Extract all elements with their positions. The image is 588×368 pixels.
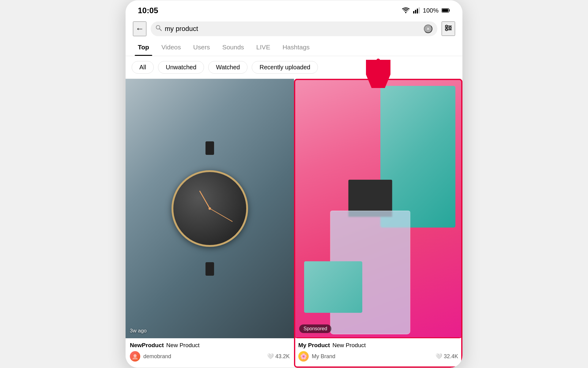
avatar-2: 🌸	[298, 351, 309, 362]
svg-point-14	[446, 29, 447, 31]
video-caption-1: New Product	[166, 342, 200, 349]
phone-frame: 10:05 100%	[126, 0, 462, 368]
svg-point-13	[449, 27, 451, 29]
search-bar-row: ← my product ✕	[126, 18, 462, 39]
video-info-1: NewProduct New Product demobrand 🤍 43.2K	[126, 338, 294, 362]
signal-icon	[413, 7, 420, 13]
video-meta-row-2: 🌸 My Brand 🤍 32.4K	[298, 351, 458, 362]
sponsored-badge: Sponsored	[299, 324, 331, 333]
tab-sounds[interactable]: Sounds	[216, 39, 250, 56]
watch-minute-hand	[210, 208, 233, 222]
svg-point-15	[134, 354, 137, 357]
small-teal-box	[304, 261, 362, 313]
video-author-2: My Product	[298, 342, 330, 349]
pill-unwatched[interactable]: Unwatched	[158, 61, 204, 74]
pill-watched[interactable]: Watched	[208, 61, 247, 74]
svg-rect-4	[419, 7, 420, 13]
avatar-1	[130, 351, 140, 362]
svg-point-16	[132, 357, 138, 359]
brand-name-1: demobrand	[143, 353, 264, 360]
watch-band-bottom-decoration	[205, 262, 214, 276]
video-meta-row-1: demobrand 🤍 43.2K	[130, 351, 290, 362]
filter-button[interactable]	[442, 21, 455, 36]
search-input-wrap[interactable]: my product ✕	[151, 21, 437, 36]
status-icons: 100%	[401, 7, 450, 14]
video-title-row-1: NewProduct New Product	[130, 342, 290, 349]
video-author-1: NewProduct	[130, 342, 164, 349]
watch-band-top-decoration	[205, 141, 214, 155]
watch-center-dot	[209, 207, 211, 210]
svg-line-8	[160, 29, 161, 31]
back-button[interactable]: ←	[133, 21, 146, 36]
pill-recently-uploaded[interactable]: Recently uploaded	[252, 61, 318, 74]
battery-icon	[442, 8, 450, 13]
svg-point-0	[405, 12, 406, 13]
filter-pills-row: All Unwatched Watched Recently uploaded	[126, 56, 462, 79]
video-timestamp-1: 3w ago	[130, 328, 147, 334]
video-thumb-2: Sponsored	[294, 79, 462, 338]
video-title-row-2: My Product New Product	[298, 342, 458, 349]
watch-thumbnail	[126, 79, 294, 338]
tab-top[interactable]: Top	[132, 39, 155, 56]
tab-users[interactable]: Users	[187, 39, 216, 56]
likes-text-2: 32.4K	[444, 353, 458, 360]
status-time: 10:05	[138, 6, 158, 15]
video-info-2: My Product New Product 🌸 My Brand 🤍 32.4…	[294, 338, 462, 362]
tabs-row: Top Videos Users Sounds LIVE Hashtags	[126, 39, 462, 56]
video-thumb-1: 3w ago	[126, 79, 294, 338]
tab-hashtags[interactable]: Hashtags	[276, 39, 316, 56]
search-query-text: my product	[165, 25, 421, 33]
like-count-1: 🤍 43.2K	[267, 353, 290, 360]
pill-all[interactable]: All	[132, 61, 154, 74]
wifi-icon	[401, 7, 410, 13]
watch-face	[172, 170, 248, 247]
tab-videos[interactable]: Videos	[155, 39, 187, 56]
svg-rect-2	[415, 10, 416, 13]
svg-rect-1	[413, 11, 414, 13]
heart-icon-1: 🤍	[267, 353, 274, 360]
perfume-thumbnail	[295, 80, 462, 337]
video-card-1[interactable]: 3w ago NewProduct New Product demobrand …	[126, 79, 294, 368]
svg-rect-3	[417, 9, 418, 13]
svg-rect-6	[442, 9, 448, 12]
video-card-2[interactable]: Sponsored My Product New Product 🌸 My Br…	[294, 79, 462, 368]
likes-text-1: 43.2K	[275, 353, 290, 360]
status-bar: 10:05 100%	[126, 0, 462, 18]
like-count-2: 🤍 32.4K	[435, 353, 458, 360]
brand-name-2: My Brand	[312, 353, 432, 360]
watch-hour-hand	[199, 190, 210, 209]
svg-point-12	[446, 25, 447, 27]
video-grid: 3w ago NewProduct New Product demobrand …	[126, 79, 462, 368]
clear-search-button[interactable]: ✕	[424, 25, 432, 33]
heart-icon-2: 🤍	[435, 353, 442, 360]
battery-percent: 100%	[423, 7, 439, 14]
video-caption-2: New Product	[332, 342, 366, 349]
tab-live[interactable]: LIVE	[250, 39, 277, 56]
search-icon	[156, 25, 162, 33]
